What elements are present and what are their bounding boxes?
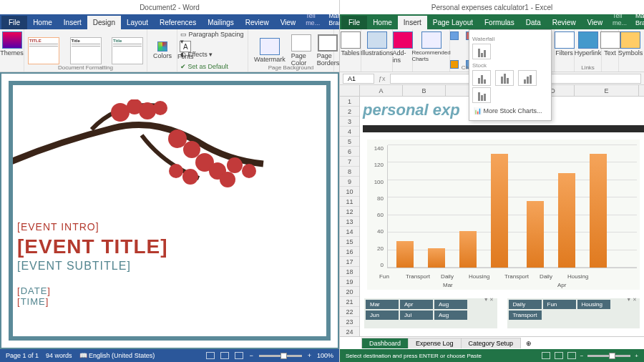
set-default-button[interactable]: ✔ Set as Default [180,63,228,70]
row-header[interactable]: 14 [340,227,359,237]
word-tab-insert[interactable]: Insert [58,16,87,29]
chart-bar[interactable] [428,248,445,268]
slicer-chip[interactable]: Aug [434,300,467,309]
word-tab-view[interactable]: View [275,16,302,29]
event-title[interactable]: [EVENT TITLE] [17,235,168,258]
effects-button[interactable]: ◐ Effects ▾ [180,51,213,58]
word-tab-references[interactable]: References [154,16,202,29]
read-mode-icon[interactable] [206,352,215,359]
event-intro[interactable]: [EVENT INTRO] [17,221,168,233]
theme-preset[interactable]: TITLE [28,37,59,64]
row-header[interactable]: 16 [340,247,359,257]
slicer-chip[interactable]: Aug [434,310,467,320]
excel-tab-review[interactable]: Review [547,16,582,29]
page-color-button[interactable]: Page Color [288,34,314,67]
sheet-tab-expense-log[interactable]: Expense Log [408,338,462,348]
waterfall-option[interactable] [472,44,491,59]
zoom-slider[interactable] [259,355,302,357]
row-header[interactable]: 17 [340,257,359,267]
slicer-chip[interactable]: Jul [400,310,433,320]
normal-view-icon[interactable] [542,352,550,359]
row-header[interactable]: 4 [340,127,359,137]
excel-tab-insert[interactable]: Insert [398,16,427,29]
excel-tab-home[interactable]: Home [367,16,398,29]
theme-preset[interactable]: Title [70,37,102,64]
watermark-button[interactable]: Watermark [251,37,288,64]
select-all-corner[interactable] [340,85,360,96]
slicer-chip[interactable]: Transport [509,310,542,320]
print-layout-icon[interactable] [220,352,229,359]
slicer-chip[interactable]: Jun [366,310,399,320]
stock-option[interactable] [518,70,537,86]
page-layout-view-icon[interactable] [555,352,563,359]
col-header[interactable]: A [360,85,403,96]
chart-bar[interactable] [590,154,607,268]
event-time[interactable]: [TIME] [17,296,168,307]
col-header[interactable]: E [575,85,639,96]
row-header[interactable]: 13 [340,217,359,227]
row-header[interactable]: 20 [340,287,359,297]
page-break-view-icon[interactable] [567,352,576,359]
row-header[interactable]: 3 [340,117,359,127]
slicer-chip[interactable]: Apr [400,300,433,309]
page-indicator[interactable]: Page 1 of 1 [6,352,39,359]
row-header[interactable]: 21 [340,297,359,307]
row-header[interactable]: 9 [340,177,359,187]
row-header[interactable]: 22 [340,307,359,317]
slicer-chip[interactable]: Fun [543,300,576,309]
name-box[interactable]: A1 [343,74,374,84]
row-header[interactable]: 7 [340,157,359,167]
zoom-in-button[interactable]: + [635,353,638,359]
word-tab-layout[interactable]: Layout [121,16,154,29]
event-subtitle[interactable]: [EVENT SUBTITLE] [17,260,168,273]
excel-tab-formulas[interactable]: Formulas [479,16,520,29]
stock-option[interactable] [472,70,491,86]
slicer-chip[interactable]: Housing [577,300,610,309]
sheet-tab-dashboard[interactable]: Dashboard [361,338,409,348]
zoom-out-button[interactable]: − [580,353,584,359]
row-header[interactable]: 5 [340,137,359,147]
language-indicator[interactable]: 📖 English (United States) [79,352,155,359]
word-tab-home[interactable]: Home [27,16,58,29]
row-header[interactable]: 2 [340,107,359,117]
row-header[interactable]: 24 [340,327,359,336]
stock-option[interactable] [472,87,491,103]
fx-icon[interactable]: ƒx [379,75,386,82]
zoom-out-button[interactable]: − [249,352,253,359]
event-text-block[interactable]: [EVENT INTRO] [EVENT TITLE] [EVENT SUBTI… [17,221,168,307]
word-file-tab[interactable]: File [1,16,27,29]
row-header[interactable]: 19 [340,277,359,287]
event-date[interactable]: [DATE] [17,285,168,296]
col-header[interactable]: B [403,85,446,96]
category-slicer[interactable]: ▼ ✕ Daily Fun Housing Transport [507,298,640,328]
excel-tab-data[interactable]: Data [520,16,547,29]
sheet-tab-category-setup[interactable]: Category Setup [461,338,522,348]
row-header[interactable]: 10 [340,187,359,197]
row-header[interactable]: 11 [340,197,359,207]
slicer-chip[interactable]: Mar [366,300,399,309]
symbols-button[interactable]: Symbols [615,31,644,57]
chart-bar[interactable] [491,154,508,268]
excel-tab-pagelayout[interactable]: Page Layout [427,16,479,29]
row-header[interactable]: 6 [340,147,359,157]
word-count[interactable]: 94 words [46,352,72,359]
word-tab-mailings[interactable]: Mailings [202,16,240,29]
themes-button[interactable]: Themes [0,31,26,57]
chart-bar[interactable] [459,231,477,268]
zoom-slider[interactable] [587,355,630,357]
row-header[interactable]: 18 [340,267,359,277]
excel-tab-view[interactable]: View [582,16,609,29]
slicer-chip[interactable]: Daily [509,300,542,309]
excel-file-tab[interactable]: File [341,16,367,29]
row-header[interactable]: 15 [340,237,359,247]
zoom-label[interactable]: 100% [317,352,333,359]
more-stock-charts[interactable]: 📊 More Stock Charts... [472,104,548,117]
row-header[interactable]: 1 [340,97,359,107]
paragraph-spacing-button[interactable]: ▭ Paragraph Spacing ▾ [180,31,245,45]
word-tab-design[interactable]: Design [87,16,121,29]
row-header[interactable]: 8 [340,167,359,177]
row-header[interactable]: 12 [340,207,359,217]
chart-bar[interactable] [558,173,575,268]
new-sheet-button[interactable]: ⊕ [520,338,537,348]
zoom-in-button[interactable]: + [308,352,311,359]
